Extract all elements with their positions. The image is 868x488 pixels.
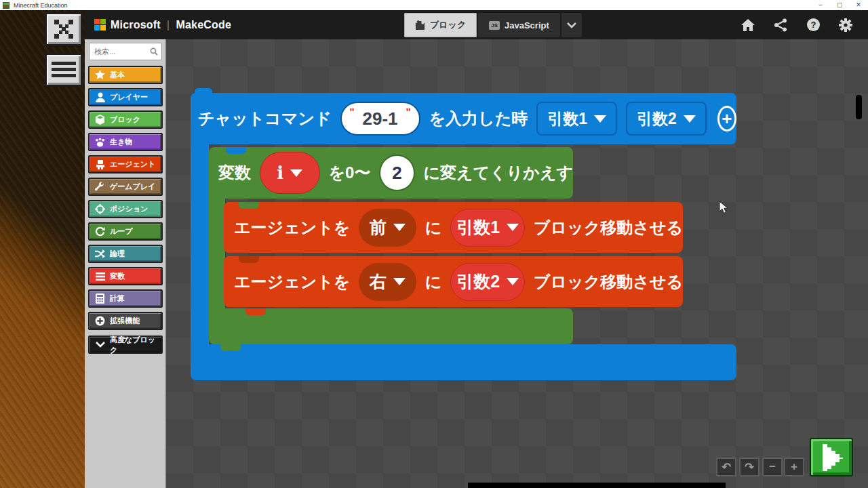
chat-command-block-content[interactable]: チャットコマンド " 29-1 " を入力した時 引数1 引数2 + bbox=[191, 93, 736, 144]
distance-arg-value: 引数1 bbox=[456, 216, 500, 239]
vertical-scrollbar[interactable] bbox=[856, 95, 862, 119]
distance-arg-value: 引数2 bbox=[456, 270, 500, 293]
arg2-label: 引数2 bbox=[637, 108, 677, 129]
agent-move-2-content[interactable]: エージェントを 右 に 引数2 ブロック移動させる bbox=[224, 256, 683, 307]
home-button[interactable] bbox=[741, 18, 755, 33]
distance-arg-dropdown[interactable]: 引数1 bbox=[450, 209, 525, 247]
direction-dropdown[interactable]: 右 bbox=[359, 263, 416, 301]
plus-circle-icon bbox=[95, 316, 105, 326]
paw-icon bbox=[95, 137, 105, 147]
agent-move-1-content[interactable]: エージェントを 前 に 引数1 ブロック移動させる bbox=[224, 202, 683, 253]
tab-javascript[interactable]: JS JavaScript bbox=[478, 13, 560, 37]
app-icon bbox=[3, 2, 9, 9]
help-button[interactable]: ? bbox=[806, 18, 821, 33]
chevron-down-icon bbox=[95, 340, 105, 350]
makecode-wordmark: MakeCode bbox=[176, 19, 231, 31]
category-label: 変数 bbox=[110, 271, 125, 281]
maximize-button[interactable]: ▢ bbox=[830, 0, 849, 10]
settings-button[interactable] bbox=[838, 18, 853, 33]
chevron-down-icon bbox=[567, 22, 576, 28]
loop-variable-name: i bbox=[277, 163, 283, 183]
wrench-icon bbox=[95, 182, 105, 192]
for-loop-block-content[interactable]: 変数 i を0〜 2 に変えてくりかえす bbox=[209, 147, 573, 199]
category-mobs[interactable]: 生き物 bbox=[88, 133, 163, 151]
category-variables[interactable]: 変数 bbox=[88, 267, 163, 285]
for-loop-block-spine[interactable] bbox=[209, 199, 225, 325]
calculator-icon bbox=[95, 293, 105, 304]
minimize-button[interactable]: – bbox=[811, 0, 830, 10]
category-label: プレイヤー bbox=[110, 92, 148, 102]
plus-icon: + bbox=[791, 460, 797, 474]
category-player[interactable]: プレイヤー bbox=[88, 88, 163, 106]
loop-icon bbox=[95, 226, 105, 237]
category-basic[interactable]: 基本 bbox=[88, 66, 163, 84]
direction-value: 右 bbox=[370, 270, 387, 293]
plus-icon: + bbox=[722, 110, 732, 127]
microsoft-wordmark: Microsoft bbox=[111, 19, 161, 31]
share-button[interactable] bbox=[773, 18, 788, 33]
zoom-in-button[interactable]: + bbox=[784, 458, 804, 476]
help-icon: ? bbox=[806, 18, 821, 32]
tab-blocks[interactable]: ブロック bbox=[404, 13, 477, 37]
category-label: エージェント bbox=[110, 159, 155, 169]
close-editor-button[interactable] bbox=[45, 12, 83, 46]
share-icon bbox=[774, 18, 787, 32]
category-extensions[interactable]: 拡張機能 bbox=[88, 312, 163, 330]
chat-command-block-bottom[interactable] bbox=[191, 344, 736, 380]
category-gameplay[interactable]: ゲームプレイ bbox=[88, 178, 163, 196]
editor-dropdown-button[interactable] bbox=[561, 13, 582, 37]
dropdown-arrow-icon bbox=[290, 169, 302, 177]
run-code-button[interactable] bbox=[810, 438, 853, 476]
notch bbox=[245, 308, 266, 315]
person-icon bbox=[95, 92, 105, 102]
js-icon: JS bbox=[489, 21, 500, 30]
direction-dropdown[interactable]: 前 bbox=[359, 209, 416, 247]
loop-end-value-field[interactable]: 2 bbox=[379, 155, 414, 191]
category-logic[interactable]: 論理 bbox=[88, 245, 163, 263]
agent-prefix-label: エージェントを bbox=[234, 217, 350, 239]
advanced-blocks-toggle[interactable]: 高度なブロック bbox=[88, 336, 163, 354]
search-box[interactable] bbox=[89, 43, 162, 60]
loop-variable-dropdown[interactable]: i bbox=[260, 152, 320, 194]
category-label: 計算 bbox=[110, 293, 125, 304]
category-positions[interactable]: ポジション bbox=[88, 200, 163, 218]
arg1-label: 引数1 bbox=[547, 108, 587, 129]
redo-button[interactable]: ↷ bbox=[739, 458, 760, 476]
undo-button[interactable]: ↶ bbox=[716, 458, 736, 476]
category-blocks[interactable]: ブロック bbox=[88, 110, 163, 129]
tab-javascript-label: JavaScript bbox=[505, 20, 549, 30]
arg2-dropdown[interactable]: 引数2 bbox=[626, 102, 707, 136]
puzzle-icon bbox=[415, 20, 425, 30]
pixel-x-icon bbox=[54, 19, 74, 39]
command-value: 29-1 bbox=[362, 108, 397, 129]
category-loops[interactable]: ループ bbox=[88, 222, 163, 241]
category-label: 拡張機能 bbox=[110, 316, 140, 326]
robot-icon bbox=[95, 159, 105, 169]
agent-suffix-label: ブロック移動させる bbox=[534, 217, 683, 239]
close-quote: " bbox=[406, 106, 410, 117]
category-math[interactable]: 計算 bbox=[88, 289, 163, 308]
category-agent[interactable]: エージェント bbox=[88, 155, 163, 174]
horizontal-scrollbar[interactable] bbox=[468, 483, 726, 488]
chat-command-label: チャットコマンド bbox=[198, 108, 332, 129]
close-button[interactable]: ✕ bbox=[849, 0, 868, 10]
distance-arg-dropdown[interactable]: 引数2 bbox=[450, 263, 525, 301]
chat-command-block-spine[interactable] bbox=[191, 144, 209, 348]
pixel-play-icon bbox=[820, 444, 843, 471]
variable-label: 変数 bbox=[218, 162, 251, 184]
makecode-header: Microsoft | MakeCode ブロック JS JavaScript bbox=[85, 10, 868, 39]
zoom-out-button[interactable]: − bbox=[762, 458, 783, 476]
toolbox-panel: 基本 プレイヤー ブロック 生き物 エージェント ゲームプレイ ポジション ルー… bbox=[85, 39, 166, 488]
add-parameter-button[interactable]: + bbox=[717, 106, 736, 131]
search-input[interactable] bbox=[90, 47, 146, 56]
agent-mid-label: に bbox=[425, 271, 442, 293]
notch bbox=[220, 344, 241, 351]
menu-list-button[interactable] bbox=[45, 53, 83, 87]
mouse-cursor bbox=[719, 201, 729, 214]
agent-prefix-label: エージェントを bbox=[234, 271, 350, 293]
arg1-dropdown[interactable]: 引数1 bbox=[536, 102, 617, 136]
crosshair-icon bbox=[95, 204, 105, 214]
command-value-field[interactable]: " 29-1 " bbox=[340, 102, 420, 136]
redo-icon: ↷ bbox=[745, 460, 754, 474]
loop-from-label: を0〜 bbox=[329, 162, 371, 184]
